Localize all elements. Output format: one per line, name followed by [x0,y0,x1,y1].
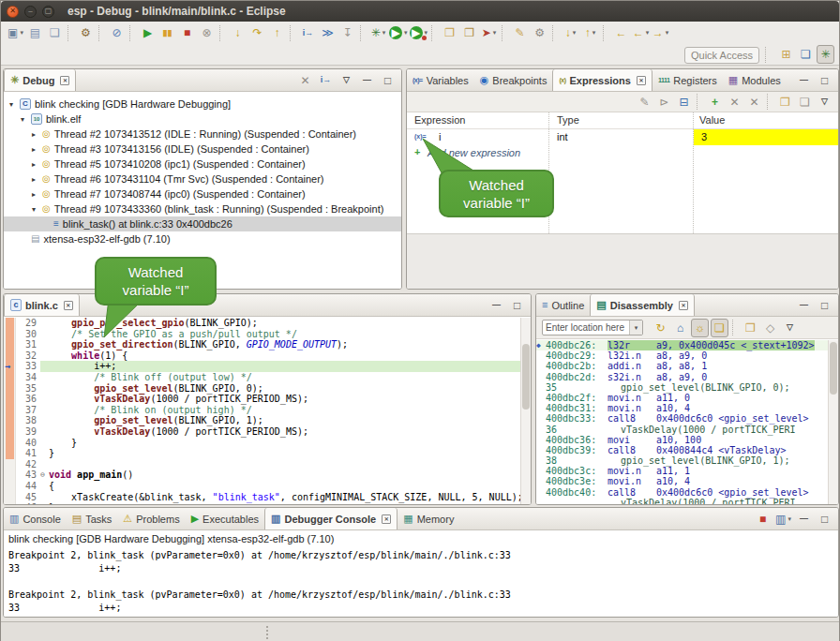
close-tab-icon[interactable]: ✕ [60,76,69,85]
show-source-icon[interactable]: ☼ [691,319,709,337]
expression-name[interactable]: i [439,131,441,142]
editor-line-41[interactable]: 41} [4,448,531,459]
tree-expander-icon[interactable]: ▸ [32,175,42,184]
maximize-window-icon[interactable]: ▢ [42,6,54,18]
chevron-down-icon[interactable]: ▾ [629,320,642,335]
save-all-icon[interactable]: ❏ [46,23,64,42]
tab-blink-c[interactable]: cblink.c✕ [4,294,80,316]
debug-tree-row[interactable]: ▸◎Thread #5 1073410208 (ipc1) (Suspended… [4,157,401,171]
disassembly-source-row[interactable]: vTaskDelay(1000 / portTICK_PERI [536,498,838,504]
external-tools-icon[interactable]: ▶▾ [410,23,428,42]
editor-line-45[interactable]: 45 xTaskCreate(&blink_task, "blink_task"… [4,492,531,503]
code-text[interactable]: gpio_set_level(BLINK_GPIO, 0); [49,383,531,395]
view-menu-icon[interactable]: ▽ [338,71,355,90]
code-text[interactable]: /* Blink off (output low) */ [49,372,531,383]
annotation-ruler[interactable] [4,405,16,416]
annotation-ruler[interactable] [4,492,16,503]
pin-view-icon[interactable]: ◇ [761,319,779,337]
editor-line-33[interactable]: →33 i++; [4,361,531,372]
code-text[interactable]: } [49,438,531,449]
tab-debug[interactable]: ✳Debug✕ [4,69,76,91]
code-text[interactable]: while(1) { [49,350,531,362]
disassembly-body[interactable]: ◆400dbc26:l32ra9, 0x400d045c <_stext+109… [536,340,838,504]
disassembly-instruction-row[interactable]: 400dbc39:call80x400844c4 <vTaskDelay> [536,445,838,455]
view-menu-icon[interactable]: ▽ [816,93,833,112]
flash-download-icon[interactable]: ➤▾ [480,23,498,42]
highlight-icon[interactable]: ✎ [511,23,529,42]
add-expression-icon[interactable]: + [706,93,724,112]
debug-perspective-icon[interactable]: ✳ [817,45,834,64]
use-step-filters-icon[interactable]: ≫ [319,23,337,42]
tree-expander-icon[interactable]: ▸ [32,160,42,169]
new-view-icon[interactable]: ❐ [776,93,794,112]
code-text[interactable]: vTaskDelay(1000 / portTICK_PERIOD_MS); [49,394,531,405]
editor-line-37[interactable]: 37 /* Blink on (output high) */ [4,405,531,416]
instruction-stepping-icon[interactable]: i→ [299,23,317,42]
disassembly-instruction-row[interactable]: 400dbc2b:addi.na8, a8, 1 [536,361,838,371]
tab-tasks[interactable]: ▤Tasks [67,508,118,529]
cpp-perspective-icon[interactable]: ❏ [797,45,815,64]
minimize-icon[interactable]: — [795,510,813,529]
build-icon[interactable]: ⚙ [77,23,95,42]
editor-line-31[interactable]: 31 gpio_set_direction(BLINK_GPIO, GPIO_M… [4,339,531,350]
tab-registers[interactable]: 1111Registers [652,69,723,91]
remove-expression-icon[interactable]: ✕ [726,93,743,112]
refresh-view-icon[interactable]: ↻ [652,319,669,337]
expression-value-cell[interactable]: 3 [694,129,838,145]
chevron-down-icon[interactable]: ▾ [592,29,596,37]
chevron-down-icon[interactable]: ▾ [788,515,791,523]
annotation-ruler[interactable] [4,350,16,362]
debug-tree-row[interactable]: ▤xtensa-esp32-elf-gdb (7.10) [4,231,401,246]
forward-icon[interactable]: →▾ [652,23,669,42]
code-text[interactable]: /* Blink on (output high) */ [49,405,531,416]
link-view-icon[interactable]: ❏ [796,93,814,112]
tree-expander-icon[interactable]: ▸ [32,190,42,199]
debug-tree-row[interactable]: ▾◎Thread #9 1073433360 (blink_task : Run… [4,201,401,216]
editor-line-38[interactable]: 38 gpio_set_level(BLINK_GPIO, 1); [4,415,531,426]
remove-all-terminated-icon[interactable]: ✕ [296,71,314,90]
open-perspective-icon[interactable]: ⊞ [777,45,795,64]
annotation-ruler[interactable] [4,415,16,426]
debug-tree-row[interactable]: ▸◎Thread #7 1073408744 (ipc0) (Suspended… [4,186,401,201]
tab-variables[interactable]: (x)=Variables [407,69,474,91]
annotation-ruler[interactable] [4,426,16,438]
editor-line-43[interactable]: 43⊖void app_main() [4,470,531,481]
tree-expander-icon[interactable]: ▸ [32,130,42,139]
chevron-down-icon[interactable]: ▾ [382,29,386,37]
minimize-icon[interactable]: — [358,71,376,90]
expression-row[interactable]: 3(x)=iint [407,129,838,145]
code-text[interactable]: } [49,502,531,504]
chevron-down-icon[interactable]: ▾ [666,29,669,37]
disassembly-instruction-row[interactable]: 400dbc3c:movi.na11, 1 [536,466,838,476]
step-return-icon[interactable]: ↑ [268,23,286,42]
close-tab-icon[interactable]: ✕ [637,76,646,85]
maximize-icon[interactable]: □ [379,71,397,90]
tree-expander-icon[interactable]: ▾ [32,205,42,214]
new-wizard-icon[interactable]: ▣▾ [7,23,24,42]
minimize-icon[interactable]: — [795,71,813,90]
annotation-ruler[interactable] [4,438,16,449]
annotation-ruler[interactable] [4,383,16,395]
run-icon[interactable]: ▶▾ [389,23,408,42]
maximize-icon[interactable]: □ [816,296,833,315]
disassembly-instruction-row[interactable]: 400dbc2d:s32i.na8, a9, 0 [536,372,838,382]
chevron-down-icon[interactable]: ▾ [404,29,408,37]
chevron-down-icon[interactable]: ▾ [20,29,23,37]
debug-tree-row[interactable]: ▸◎Thread #3 1073413156 (IDLE) (Suspended… [4,142,401,157]
editor-line-40[interactable]: 40 } [4,438,531,449]
debug-icon[interactable]: ✳▾ [369,23,387,42]
column-header-value[interactable]: Value [699,114,725,126]
editor-line-42[interactable]: 42 [4,459,531,470]
go-to-pc-icon[interactable]: ⌂ [671,319,689,337]
open-project-icon[interactable]: ❐ [441,23,458,42]
disassembly-instruction-row[interactable]: 400dbc40:call80x400dc6c0 <gpio_set_level… [536,487,838,498]
save-icon[interactable]: ▤ [26,23,44,42]
tree-expander-icon[interactable]: ▾ [9,100,20,109]
code-text[interactable]: /* Set the GPIO as a push/pull output */ [49,329,531,340]
tab-outline[interactable]: ≡Outline [536,294,590,316]
disassembly-instruction-row[interactable]: 400dbc36:movia10, 100 [536,435,838,445]
tab-console[interactable]: ▥Console [4,508,67,529]
annotation-ruler[interactable] [4,394,16,405]
tab-problems[interactable]: ⚠Problems [117,508,185,529]
maximize-icon[interactable]: □ [816,510,833,529]
